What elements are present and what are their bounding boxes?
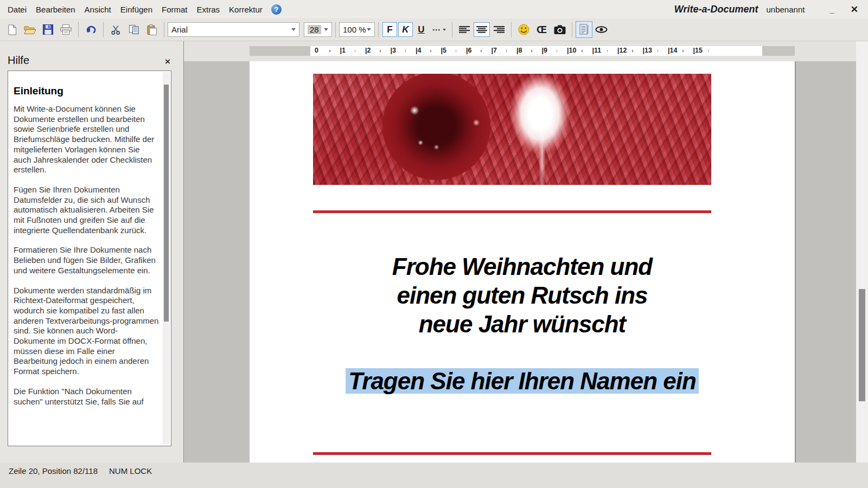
align-right-button[interactable] — [491, 22, 507, 37]
help-paragraphs: Mit Write-a-Document können Sie Dokument… — [14, 104, 159, 407]
insert-image-button[interactable] — [551, 21, 569, 38]
ruler-mark-9: |9 — [542, 47, 547, 54]
ruler-minor-tick — [708, 50, 709, 52]
ruler-minor-tick — [405, 50, 406, 52]
ruler-mark-14: |14 — [668, 47, 677, 54]
ruler-minor-tick — [582, 50, 583, 52]
menu-item-ansicht[interactable]: Ansicht — [85, 5, 111, 14]
align-left-button[interactable] — [456, 22, 473, 37]
paste-button[interactable] — [143, 21, 161, 38]
smiley-icon — [518, 24, 529, 35]
name-placeholder-row: Tragen Sie hier Ihren Namen ein — [250, 368, 795, 394]
page-view-button[interactable] — [576, 21, 592, 38]
minimize-button[interactable]: _ — [829, 5, 834, 14]
ruler-minor-tick — [456, 50, 457, 52]
greeting-line: Frohe Weihnachten und — [250, 252, 795, 281]
ellipsis-icon: ⋯ — [432, 25, 441, 35]
ruler-mark-11: |11 — [592, 47, 602, 54]
menu-bar-items: DateiBearbeitenAnsichtEinfügenFormatExtr… — [0, 5, 263, 14]
open-document-button[interactable] — [21, 21, 39, 38]
print-button[interactable] — [57, 21, 75, 38]
ruler-mark-2: |2 — [365, 47, 371, 54]
zoom-select[interactable]: 100 % — [339, 22, 375, 37]
toolbar-separator — [103, 22, 104, 37]
cursor-position-status: Zeile 20, Position 82/118 — [9, 466, 98, 476]
bold-button[interactable]: F — [382, 22, 397, 37]
copy-icon — [129, 24, 139, 35]
read-mode-button[interactable] — [592, 21, 610, 38]
toolbar-separator — [378, 22, 379, 37]
underline-button[interactable]: U — [414, 22, 429, 37]
ruler-mark-7: |7 — [492, 47, 497, 54]
copy-button[interactable] — [125, 21, 143, 38]
new-document-button[interactable] — [3, 21, 21, 38]
menu-item-format[interactable]: Format — [162, 5, 188, 14]
chevron-down-icon — [291, 28, 296, 31]
ruler-margin-right — [762, 46, 795, 56]
menu-item-einfügen[interactable]: Einfügen — [120, 5, 152, 14]
panel-divider — [183, 41, 184, 463]
numlock-status: NUM LOCK — [109, 466, 152, 476]
align-center-button[interactable] — [474, 22, 490, 37]
menu-item-korrektur[interactable]: Korrektur — [229, 5, 263, 14]
chevron-down-icon — [324, 28, 328, 31]
ruler-minor-tick — [658, 50, 659, 52]
greeting-line: neue Jahr wünscht — [250, 310, 795, 338]
horizontal-ruler: 0|1|2|3|4|5|6|7|8|9|10|11|12|13|14|15 — [250, 46, 795, 56]
status-bar: Zeile 20, Position 82/118 NUM LOCK — [0, 463, 868, 488]
more-formatting-button[interactable]: ⋯ — [429, 22, 449, 37]
help-scrollbar-thumb[interactable] — [164, 85, 169, 322]
greeting-heading[interactable]: Frohe Weihnachten undeinen guten Rutsch … — [250, 252, 795, 338]
ruler-minor-tick — [531, 50, 532, 52]
undo-button[interactable] — [82, 21, 100, 38]
new-document-icon — [8, 24, 17, 35]
document-page[interactable]: Frohe Weihnachten undeinen guten Rutsch … — [250, 61, 795, 463]
window-controls-group: Write-a-Document unbenannt _ ✕ — [674, 4, 868, 15]
undo-arrow-icon — [86, 25, 97, 34]
help-paragraph: Die Funktion "Nach Dokumenten suchen" un… — [14, 387, 159, 407]
ruler-minor-tick — [506, 50, 507, 52]
insert-special-char-button[interactable]: Œ — [533, 21, 551, 38]
document-scrollbar-thumb[interactable] — [859, 289, 865, 401]
menu-item-bearbeiten[interactable]: Bearbeiten — [36, 5, 75, 14]
red-divider-bottom — [313, 452, 711, 455]
toolbar-separator — [452, 22, 452, 37]
menu-item-extras[interactable]: Extras — [197, 5, 220, 14]
document-scrollbar[interactable] — [856, 41, 868, 463]
document-name: unbenannt — [767, 5, 805, 14]
align-center-icon — [476, 25, 488, 34]
toolbar: Arial 28 100 % F K U ⋯ — [0, 18, 868, 41]
help-content: Einleitung Mit Write-a-Document können S… — [14, 71, 159, 416]
printer-icon — [60, 24, 72, 35]
ruler-minor-tick — [380, 50, 381, 52]
ruler-mark-4: |4 — [416, 47, 421, 54]
chevron-down-icon — [443, 29, 446, 31]
christmas-photo[interactable] — [313, 74, 711, 185]
help-close-icon[interactable]: × — [165, 56, 170, 67]
open-folder-icon — [24, 25, 36, 35]
ruler-minor-tick — [481, 50, 482, 52]
ruler-mark-15: |15 — [693, 47, 703, 54]
ruler-mark-10: |10 — [567, 47, 576, 54]
help-content-box: Einleitung Mit Write-a-Document können S… — [8, 70, 171, 446]
name-placeholder-text[interactable]: Tragen Sie hier Ihren Namen ein — [346, 368, 699, 394]
toolbar-separator — [335, 22, 336, 37]
font-family-value: Arial — [171, 25, 188, 34]
close-button[interactable]: ✕ — [851, 4, 858, 15]
font-family-select[interactable]: Arial — [168, 22, 299, 37]
help-heading: Einleitung — [14, 85, 159, 97]
italic-button[interactable]: K — [398, 22, 413, 37]
font-size-select[interactable]: 28 — [304, 22, 332, 37]
ruler-mark-0: 0 — [315, 47, 318, 54]
save-button[interactable] — [39, 21, 57, 38]
insert-emoji-button[interactable] — [515, 21, 533, 38]
ruler-minor-tick — [607, 50, 608, 52]
ruler-minor-tick — [355, 50, 356, 52]
help-scrollbar[interactable] — [163, 72, 170, 445]
help-panel-title: Hilfe — [8, 54, 29, 67]
help-menu-icon[interactable]: ? — [271, 4, 282, 15]
app-window: DateiBearbeitenAnsichtEinfügenFormatExtr… — [0, 0, 868, 488]
app-title: Write-a-Document — [674, 4, 758, 15]
menu-item-datei[interactable]: Datei — [8, 5, 27, 14]
cut-button[interactable] — [107, 21, 125, 38]
